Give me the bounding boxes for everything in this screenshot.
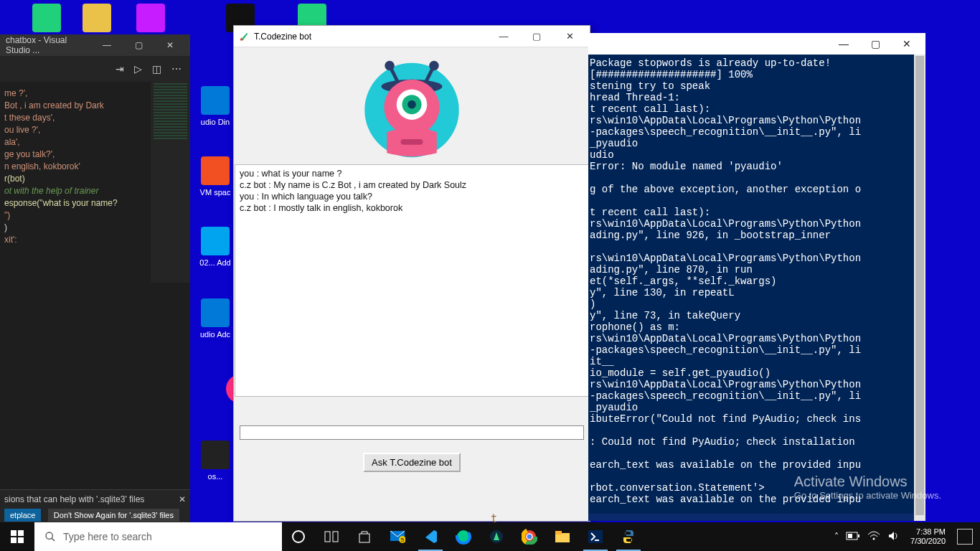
more-icon[interactable]: ⋯ xyxy=(171,63,182,75)
svg-rect-33 xyxy=(555,531,562,534)
python-tk-icon xyxy=(238,31,250,42)
svg-rect-10 xyxy=(401,139,423,145)
minimize-button[interactable]: — xyxy=(488,27,519,47)
start-button[interactable] xyxy=(0,522,34,551)
desktop-icon[interactable] xyxy=(136,4,165,32)
desktop-icon[interactable] xyxy=(201,441,230,469)
desktop-icon[interactable] xyxy=(201,298,230,327)
close-button[interactable]: ✕ xyxy=(156,35,184,55)
svg-rect-13 xyxy=(11,537,17,543)
svg-point-4 xyxy=(429,61,439,71)
dont-show-button[interactable]: Don't Show Again for '.sqlite3' files xyxy=(48,509,179,522)
svg-point-2 xyxy=(385,61,395,71)
split-editor-icon[interactable]: ◫ xyxy=(152,63,161,75)
close-button[interactable]: ✕ xyxy=(891,34,923,54)
chat-textbox[interactable]: you : what is your name ?c.z bot : My na… xyxy=(235,164,589,397)
taskbar-clock[interactable]: 7:38 PM 7/30/2020 xyxy=(906,527,950,546)
activate-windows-watermark: Activate Windows Go to Settings to activ… xyxy=(794,474,941,501)
svg-rect-20 xyxy=(359,534,369,542)
desktop-icon-label: 02... Add xyxy=(199,258,230,267)
system-tray: ˄ 7:38 PM 7/30/2020 xyxy=(834,527,980,546)
maximize-button[interactable]: ▢ xyxy=(859,34,891,54)
svg-point-39 xyxy=(873,537,875,540)
terminal-titlebar[interactable]: — ▢ ✕ xyxy=(588,33,925,55)
svg-rect-38 xyxy=(848,534,852,538)
tray-expand-icon[interactable]: ˄ xyxy=(834,532,839,542)
minimize-button[interactable]: — xyxy=(828,34,859,54)
svg-text:5: 5 xyxy=(401,537,405,543)
bot-title: T.Codezine bot xyxy=(254,32,488,42)
android-studio-app[interactable] xyxy=(480,522,513,551)
battery-icon[interactable] xyxy=(846,532,860,542)
svg-rect-11 xyxy=(11,530,17,536)
svg-rect-37 xyxy=(858,534,859,537)
bot-avatar xyxy=(354,56,469,160)
clock-time: 7:38 PM xyxy=(910,527,946,537)
chrome-app[interactable] xyxy=(513,522,546,551)
maximize-button[interactable]: ▢ xyxy=(124,35,153,55)
desktop-icon[interactable] xyxy=(83,4,111,32)
ask-button[interactable]: Ask T.Codezine bot xyxy=(363,453,461,472)
terminal-output[interactable]: Package stopwords is already up-to-date!… xyxy=(588,55,925,514)
svg-rect-18 xyxy=(325,532,330,542)
vscode-notification: ✕ sions that can help with '.sqlite3' fi… xyxy=(0,489,190,526)
marketplace-button[interactable]: etplace xyxy=(4,509,41,522)
open-changes-icon[interactable]: ⇥ xyxy=(116,63,124,75)
desktop-icon[interactable] xyxy=(201,86,230,115)
cortana-button[interactable] xyxy=(282,522,315,551)
desktop-icon-label: udio Din xyxy=(201,118,230,126)
desktop-icon-label: VM spac xyxy=(200,188,231,197)
taskbar-apps: 5 xyxy=(282,522,645,551)
vscode-editor-actions: ⇥ ▷ ◫ ⋯ xyxy=(0,56,190,82)
svg-rect-19 xyxy=(333,532,338,542)
desktop-icon-label: udio Adc xyxy=(200,330,230,339)
minimize-button[interactable]: — xyxy=(93,35,121,55)
taskbar-search[interactable]: Type here to search xyxy=(34,522,282,551)
svg-line-16 xyxy=(52,538,55,541)
desktop-icon[interactable] xyxy=(32,4,61,32)
desktop-icon[interactable] xyxy=(201,156,230,185)
svg-rect-12 xyxy=(18,530,24,536)
explorer-app[interactable] xyxy=(546,522,579,551)
notification-text: sions that can help with '.sqlite3' file… xyxy=(4,494,186,504)
vscode-window: chatbox - Visual Studio ... — ▢ ✕ ⇥ ▷ ◫ … xyxy=(0,34,190,526)
taskbar: Type here to search 5 ˄ 7:38 PM 7/30/202… xyxy=(0,522,980,551)
vscode-app[interactable] xyxy=(414,522,447,551)
powershell-app[interactable] xyxy=(579,522,612,551)
svg-rect-14 xyxy=(18,537,24,543)
svg-point-15 xyxy=(46,532,52,539)
desktop-icon-label: os... xyxy=(208,472,223,481)
svg-point-9 xyxy=(407,100,416,109)
store-app[interactable] xyxy=(348,522,381,551)
watermark-title: Activate Windows xyxy=(794,474,941,490)
close-button[interactable]: ✕ xyxy=(554,27,585,47)
terminal-window: — ▢ ✕ Package stopwords is already up-to… xyxy=(588,33,925,521)
search-icon xyxy=(44,531,56,542)
vscode-minimap[interactable] xyxy=(151,82,190,283)
run-icon[interactable]: ▷ xyxy=(134,63,142,75)
bot-window: T.Codezine bot — ▢ ✕ you : what is your … xyxy=(233,25,590,522)
terminal-scrollbar[interactable] xyxy=(914,55,925,521)
search-placeholder: Type here to search xyxy=(63,531,152,542)
clock-date: 7/30/2020 xyxy=(910,537,946,546)
task-view-button[interactable] xyxy=(315,522,348,551)
action-center-icon[interactable] xyxy=(957,529,973,545)
watermark-subtitle: Go to Settings to activate Windows. xyxy=(794,490,941,501)
volume-icon[interactable] xyxy=(887,530,899,544)
desktop-icon[interactable] xyxy=(201,227,230,255)
vscode-title: chatbox - Visual Studio ... xyxy=(6,35,93,55)
close-icon[interactable]: ✕ xyxy=(179,494,186,504)
bot-titlebar[interactable]: T.Codezine bot — ▢ ✕ xyxy=(234,26,590,47)
maximize-button[interactable]: ▢ xyxy=(521,27,552,47)
chat-input[interactable] xyxy=(240,425,584,440)
python-app[interactable] xyxy=(612,522,645,551)
vscode-titlebar[interactable]: chatbox - Visual Studio ... — ▢ ✕ xyxy=(0,34,190,56)
mail-app[interactable]: 5 xyxy=(381,522,414,551)
edge-app[interactable] xyxy=(447,522,480,551)
svg-point-17 xyxy=(293,531,304,542)
wifi-icon[interactable] xyxy=(867,531,880,543)
